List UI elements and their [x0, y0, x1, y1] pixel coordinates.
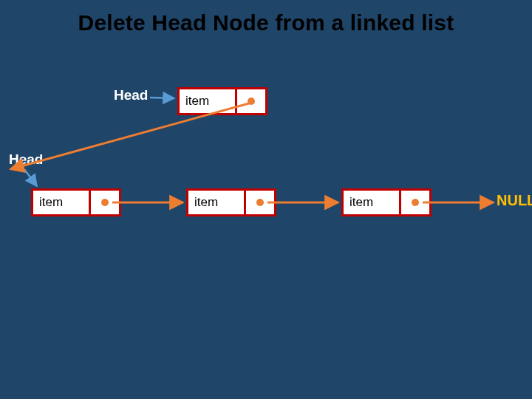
node-1-item: item	[188, 191, 246, 214]
node-top-item: item	[180, 89, 237, 113]
null-label: NULL	[497, 192, 532, 209]
ptr-dot-icon	[101, 199, 109, 206]
node-0-ptr	[91, 191, 119, 214]
ptr-dot-icon	[412, 199, 419, 206]
head-label-left: Head	[9, 151, 43, 168]
arrow-head-top	[150, 98, 174, 98]
ptr-dot-icon	[256, 199, 264, 206]
node-top-ptr	[237, 89, 265, 113]
arrow-head-left	[24, 169, 37, 186]
node-0-item: item	[33, 191, 91, 214]
node-0: item	[31, 188, 121, 216]
ptr-dot-icon	[248, 98, 255, 105]
node-2-ptr	[401, 191, 429, 214]
head-label-top: Head	[114, 87, 148, 103]
node-2: item	[341, 188, 432, 216]
slide-title: Delete Head Node from a linked list	[0, 10, 532, 35]
node-top: item	[177, 87, 267, 115]
node-1: item	[186, 188, 276, 216]
node-1-ptr	[246, 191, 274, 214]
node-2-item: item	[344, 191, 401, 214]
